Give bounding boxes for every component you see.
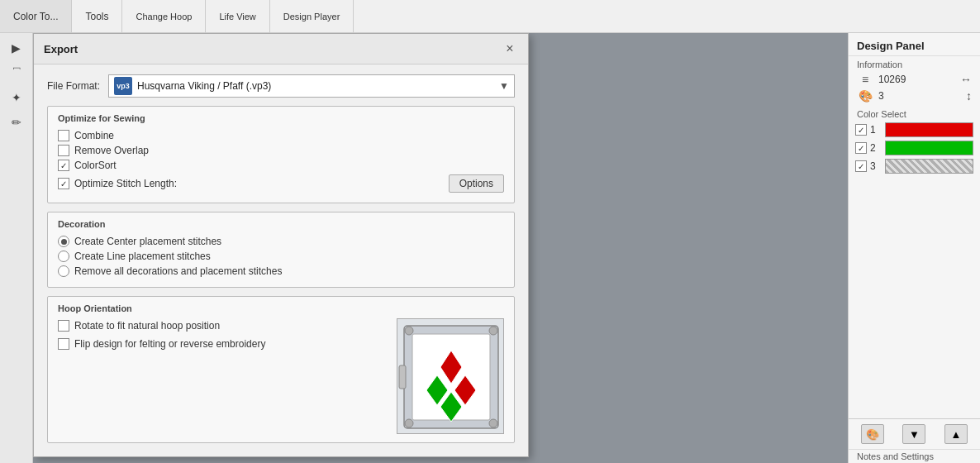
color-arrow-icon: ↕ xyxy=(966,89,972,103)
main-area: ▶ ⎴ ✦ ✏ Export × File Format: xyxy=(0,33,980,463)
sidebar-tool-2[interactable]: ⎴ xyxy=(3,61,30,84)
colorsort-label: ColorSort xyxy=(74,160,117,171)
left-sidebar: ▶ ⎴ ✦ ✏ xyxy=(0,33,33,463)
rotate-row: Rotate to fit natural hoop position xyxy=(58,318,387,333)
stitch-arrow-icon: ↔ xyxy=(960,73,972,86)
color-num-1: 1 xyxy=(870,124,882,136)
color-swatch-2 xyxy=(885,141,973,155)
rotate-label: Rotate to fit natural hoop position xyxy=(74,320,220,332)
stitch-count-row: ≡ 10269 ↔ xyxy=(849,71,980,88)
color-row-3: ✓ 3 xyxy=(849,157,980,175)
decoration-option-0: Create Center placement stitches xyxy=(58,234,504,249)
decoration-option-1: Create Line placement stitches xyxy=(58,249,504,264)
hoop-content: Rotate to fit natural hoop position Flip… xyxy=(58,318,504,434)
up-arrow-button[interactable]: ▲ xyxy=(944,424,968,444)
down-arrow-button[interactable]: ▼ xyxy=(902,424,925,444)
svg-rect-6 xyxy=(399,365,406,389)
panel-title: Design Panel xyxy=(849,33,980,56)
nav-tab-life-view[interactable]: Life View xyxy=(206,0,269,32)
options-button[interactable]: Options xyxy=(449,174,504,193)
stitch-count-value: 10269 xyxy=(878,74,955,85)
color-checkbox-3[interactable]: ✓ xyxy=(855,160,867,172)
palette-bottom-button[interactable]: 🎨 xyxy=(861,424,884,444)
dialog-title: Export xyxy=(44,43,78,55)
modal-overlay: Export × File Format: vp3 Husqvarna Viki… xyxy=(33,33,848,463)
hoop-legend: Hoop Orientation xyxy=(58,303,504,313)
nav-tab-tools[interactable]: Tools xyxy=(72,0,122,32)
color-row-1: ✓ 1 xyxy=(849,121,980,139)
colorsort-row: ✓ ColorSort xyxy=(58,158,504,173)
right-panel: Design Panel Information ≡ 10269 ↔ 🎨 3 ↕… xyxy=(848,33,980,463)
svg-point-5 xyxy=(489,419,497,427)
information-label: Information xyxy=(849,56,980,71)
optimize-stitch-label: Optimize Stitch Length: xyxy=(74,178,177,189)
sidebar-tool-1[interactable]: ▶ xyxy=(3,36,30,60)
hoop-orientation-section: Hoop Orientation Rotate to fit natural h… xyxy=(47,296,515,443)
file-format-row: File Format: vp3 Husqvarna Viking / Pfaf… xyxy=(47,74,515,98)
combine-row: Combine xyxy=(58,128,504,143)
file-format-dropdown-arrow: ▼ xyxy=(499,80,509,92)
color-select-label: Color Select xyxy=(849,104,980,121)
nav-tab-change-hoop[interactable]: Change Hoop xyxy=(122,0,206,32)
color-swatch-3 xyxy=(885,159,973,174)
canvas-area: Export × File Format: vp3 Husqvarna Viki… xyxy=(33,33,848,463)
optimize-legend: Optimize for Sewing xyxy=(58,113,504,123)
decoration-legend: Decoration xyxy=(58,219,504,229)
svg-point-3 xyxy=(489,327,497,335)
color-checkbox-2[interactable]: ✓ xyxy=(855,142,867,154)
remove-overlap-label: Remove Overlap xyxy=(74,145,149,156)
file-format-text: Husqvarna Viking / Pfaff (.vp3) xyxy=(137,80,494,92)
dialog-close-button[interactable]: × xyxy=(502,41,518,57)
palette-info-icon: 🎨 xyxy=(857,89,873,103)
combine-label: Combine xyxy=(74,130,114,141)
combine-checkbox[interactable] xyxy=(58,130,69,141)
decoration-section: Decoration Create Center placement stitc… xyxy=(47,212,515,288)
color-checkbox-1[interactable]: ✓ xyxy=(855,124,867,136)
nav-tab-color[interactable]: Color To... xyxy=(0,0,72,32)
optimize-stitch-row: ✓ Optimize Stitch Length: Options xyxy=(58,173,504,194)
sidebar-tool-4[interactable]: ✏ xyxy=(3,111,30,134)
remove-overlap-row: Remove Overlap xyxy=(58,143,504,158)
dialog-titlebar: Export × xyxy=(34,34,528,64)
flip-row: Flip design for felting or reverse embro… xyxy=(58,337,387,351)
decoration-radio-1[interactable] xyxy=(58,251,69,262)
panel-bottom-bar: 🎨 ▼ ▲ xyxy=(849,418,980,449)
color-num-2: 2 xyxy=(870,142,882,154)
optimize-stitch-checkbox[interactable]: ✓ xyxy=(58,178,69,189)
svg-point-4 xyxy=(405,419,413,427)
dialog-content: File Format: vp3 Husqvarna Viking / Pfaf… xyxy=(34,64,528,456)
file-format-select[interactable]: vp3 Husqvarna Viking / Pfaff (.vp3) ▼ xyxy=(108,74,515,98)
decoration-radio-2[interactable] xyxy=(58,265,69,277)
decoration-label-0: Create Center placement stitches xyxy=(74,236,221,247)
decoration-label-2: Remove all decorations and placement sti… xyxy=(74,265,282,277)
flip-label: Flip design for felting or reverse embro… xyxy=(74,338,265,350)
hoop-preview xyxy=(397,318,504,434)
color-row-2: ✓ 2 xyxy=(849,139,980,157)
file-format-icon: vp3 xyxy=(114,77,132,95)
flip-checkbox[interactable] xyxy=(58,338,69,350)
color-count-row: 🎨 3 ↕ xyxy=(849,88,980,104)
colorsort-checkbox[interactable]: ✓ xyxy=(58,160,69,171)
decoration-option-2: Remove all decorations and placement sti… xyxy=(58,264,504,279)
stitch-icon: ≡ xyxy=(857,73,873,86)
color-num-3: 3 xyxy=(870,160,882,172)
file-format-label: File Format: xyxy=(47,80,100,92)
color-swatch-1 xyxy=(885,122,973,137)
rotate-checkbox[interactable] xyxy=(58,320,69,332)
optimize-section: Optimize for Sewing Combine Remove Overl… xyxy=(47,106,515,203)
hoop-options: Rotate to fit natural hoop position Flip… xyxy=(58,318,387,351)
top-nav: Color To... Tools Change Hoop Life View … xyxy=(0,0,980,33)
export-dialog: Export × File Format: vp3 Husqvarna Viki… xyxy=(33,33,529,457)
hoop-preview-svg xyxy=(397,319,504,434)
nav-tab-design-player[interactable]: Design Player xyxy=(270,0,354,32)
svg-point-2 xyxy=(405,327,413,335)
color-count-value: 3 xyxy=(878,90,961,102)
sidebar-tool-3[interactable]: ✦ xyxy=(3,86,30,109)
remove-overlap-checkbox[interactable] xyxy=(58,145,69,156)
decoration-radio-0[interactable] xyxy=(58,236,69,247)
notes-label: Notes and Settings xyxy=(849,449,980,463)
decoration-label-1: Create Line placement stitches xyxy=(74,251,211,262)
